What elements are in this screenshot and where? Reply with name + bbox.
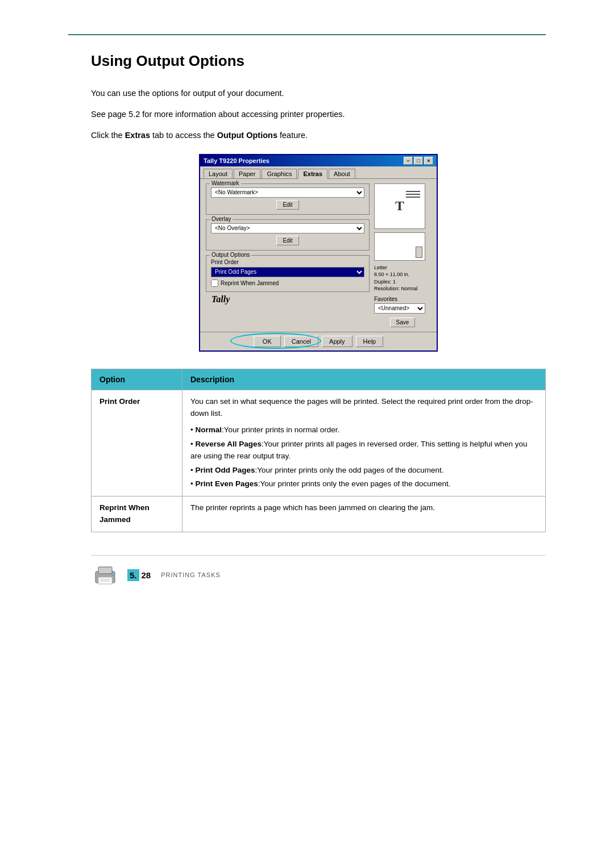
intro-line2: See page 5.2 for more information about …: [91, 108, 546, 121]
svg-rect-3: [100, 579, 110, 580]
tab-extras[interactable]: Extras: [298, 169, 327, 179]
dialog-footer: OK Cancel Apply Help: [200, 332, 437, 350]
tally-brand: Tally: [206, 292, 370, 307]
save-btn[interactable]: Save: [390, 318, 416, 327]
page-title: Using Output Options: [91, 52, 546, 70]
print-order-label-row: Print Order: [211, 259, 364, 265]
click-instruction: Click the Extras tab to access the Outpu…: [91, 129, 546, 142]
preview-info: Letter 8.50 × 11.00 in. Duplex: 1 Resolu…: [374, 264, 431, 293]
tab-paper[interactable]: Paper: [234, 169, 260, 178]
dialog-container: Tally T9220 Properties − □ × Layout Pape…: [91, 154, 546, 352]
table-row: Reprint WhenJammed The printer reprints …: [92, 496, 546, 532]
footer-page: 28: [139, 569, 154, 581]
reprint-checkbox-row: Reprint When Jammed: [211, 279, 364, 287]
favorites-select[interactable]: <Unnamed>: [374, 303, 425, 314]
minimize-btn[interactable]: −: [404, 157, 413, 165]
description-reprint: The printer reprints a page which has be…: [182, 496, 546, 532]
svg-rect-4: [100, 581, 110, 582]
watermark-group: Watermark <No Watermark> Edit: [206, 183, 370, 215]
help-button[interactable]: Help: [356, 336, 384, 347]
page-footer: 5.28 PRINTING TASKS: [91, 555, 546, 586]
dialog-content: Watermark <No Watermark> Edit Overlay <N…: [200, 179, 437, 332]
table-row: Print Order You can set in what sequence…: [92, 390, 546, 496]
footer-section-text: PRINTING TASKS: [161, 571, 221, 578]
apply-button[interactable]: Apply: [322, 336, 352, 347]
dialog-title: Tally T9220 Properties: [204, 157, 269, 164]
page-header-line: [68, 34, 546, 35]
close-btn[interactable]: ×: [424, 157, 433, 165]
extras-bold: Extras: [125, 131, 150, 140]
svg-rect-1: [98, 567, 112, 574]
preview-lines: [406, 191, 420, 198]
preview-box-2: [374, 232, 425, 261]
tab-graphics[interactable]: Graphics: [262, 169, 297, 178]
option-print-order: Print Order: [92, 390, 182, 496]
overlay-group: Overlay <No Overlay> Edit: [206, 219, 370, 251]
watermark-group-label: Watermark: [210, 180, 241, 186]
cancel-button[interactable]: Cancel: [284, 336, 318, 347]
preview-line-1: [406, 191, 420, 192]
printer-icon: [91, 564, 119, 586]
footer-chapter: 5.: [127, 569, 139, 581]
intro-line1: You can use the options for output of yo…: [91, 87, 546, 100]
favorites-section: Favorites <Unnamed> Save: [374, 296, 431, 327]
footer-page-num: 5.28: [127, 569, 153, 581]
preview-box: T: [374, 183, 425, 229]
reprint-checkbox[interactable]: [211, 279, 218, 287]
preview-line-2: [406, 194, 420, 195]
dialog-tabs: Layout Paper Graphics Extras About: [200, 166, 437, 179]
col-option-header: Option: [92, 369, 182, 390]
description-print-order: You can set in what sequence the pages w…: [182, 390, 546, 496]
ok-button[interactable]: OK: [254, 336, 281, 347]
dialog-box: Tally T9220 Properties − □ × Layout Pape…: [199, 154, 438, 352]
print-order-row: Print Odd Pages: [211, 267, 364, 277]
reprint-label: Reprint When Jammed: [221, 280, 279, 286]
overlay-group-label: Overlay: [210, 216, 233, 222]
preview-letter: T: [395, 198, 404, 214]
svg-point-5: [111, 574, 114, 576]
tab-layout[interactable]: Layout: [204, 169, 233, 178]
overlay-edit-btn[interactable]: Edit: [276, 236, 298, 245]
options-table: Option Description Print Order You can s…: [91, 369, 546, 532]
titlebar-controls: − □ ×: [404, 157, 433, 165]
output-options-label: Output Options: [210, 252, 251, 258]
watermark-select[interactable]: <No Watermark>: [211, 187, 364, 198]
maximize-btn[interactable]: □: [414, 157, 423, 165]
option-reprint: Reprint WhenJammed: [92, 496, 182, 532]
output-options-group: Output Options Print Order Print Odd Pag…: [206, 255, 370, 292]
watermark-edit-btn[interactable]: Edit: [276, 200, 298, 210]
dialog-left-panel: Watermark <No Watermark> Edit Overlay <N…: [206, 183, 370, 327]
preview-line-3: [406, 197, 420, 198]
dialog-titlebar: Tally T9220 Properties − □ ×: [200, 155, 437, 166]
favorites-label: Favorites: [374, 296, 431, 302]
overlay-select[interactable]: <No Overlay>: [211, 223, 364, 233]
output-options-bold: Output Options: [217, 131, 277, 140]
dialog-right-panel: T Letter 8.50 × 11.00 in: [374, 183, 431, 327]
col-description-header: Description: [182, 369, 546, 390]
tab-about[interactable]: About: [329, 169, 355, 178]
print-order-select[interactable]: Print Odd Pages: [211, 267, 364, 277]
